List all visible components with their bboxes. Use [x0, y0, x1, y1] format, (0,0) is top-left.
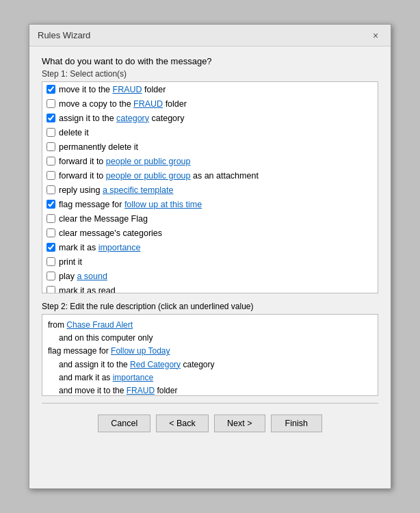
description-line: from Chase Fraud Alert — [48, 319, 372, 332]
action-item[interactable]: play a sound — [42, 269, 378, 283]
next-button[interactable]: Next > — [214, 415, 265, 432]
close-button[interactable]: × — [369, 29, 382, 42]
action-item[interactable]: print it — [42, 254, 378, 269]
description-line: and assign it to the Red Category catego… — [48, 358, 372, 371]
action-link[interactable]: importance — [99, 243, 141, 252]
action-link[interactable]: a specific template — [103, 185, 174, 195]
step2-label: Step 2: Edit the rule description (click… — [42, 302, 378, 311]
action-link[interactable]: category — [116, 114, 149, 123]
action-item[interactable]: forward it to people or public group as … — [42, 168, 378, 183]
action-item[interactable]: mark it as read — [42, 283, 378, 293]
description-link[interactable]: Follow up Today — [111, 346, 170, 356]
button-row: Cancel < Back Next > Finish — [42, 410, 378, 442]
action-item[interactable]: reply using a specific template — [42, 183, 378, 197]
description-link[interactable]: importance — [113, 373, 153, 382]
action-item[interactable]: mark it as importance — [42, 240, 378, 254]
action-link[interactable]: follow up at this time — [124, 200, 202, 209]
action-checkbox[interactable] — [47, 228, 55, 237]
description-line: and move it to the FRAUD folder — [48, 384, 372, 396]
action-checkbox[interactable] — [47, 257, 55, 266]
action-checkbox[interactable] — [47, 171, 55, 180]
description-line: and mark it as importance — [48, 371, 372, 384]
action-item[interactable]: assign it to the category category — [42, 111, 378, 125]
action-item[interactable]: permanently delete it — [42, 140, 378, 154]
step1-header: What do you want to do with the message? — [42, 56, 378, 66]
rules-wizard-dialog: Rules Wizard × What do you want to do wi… — [29, 24, 391, 489]
action-checkbox[interactable] — [47, 243, 55, 252]
action-link[interactable]: FRAUD — [113, 85, 142, 94]
action-checkbox[interactable] — [47, 185, 55, 194]
finish-button[interactable]: Finish — [271, 415, 322, 432]
dialog-title: Rules Wizard — [38, 30, 90, 40]
title-bar: Rules Wizard × — [29, 25, 391, 47]
description-link[interactable]: Red Category — [130, 360, 181, 369]
action-checkbox[interactable] — [47, 142, 55, 151]
dialog-content: What do you want to do with the message?… — [29, 47, 391, 488]
action-link[interactable]: FRAUD — [133, 99, 163, 109]
action-item[interactable]: clear message's categories — [42, 226, 378, 240]
step1-label: Step 1: Select action(s) — [42, 69, 378, 79]
cancel-button[interactable]: Cancel — [98, 415, 150, 432]
action-checkbox[interactable] — [47, 200, 55, 209]
action-checkbox[interactable] — [47, 114, 55, 122]
action-list: move it to the FRAUD foldermove a copy t… — [42, 81, 378, 293]
description-line: and on this computer only — [48, 332, 372, 345]
action-item[interactable]: move a copy to the FRAUD folder — [42, 96, 378, 111]
separator — [42, 403, 378, 404]
action-item[interactable]: forward it to people or public group — [42, 154, 378, 168]
description-line: flag message for Follow up Today — [48, 345, 372, 358]
action-checkbox[interactable] — [47, 214, 55, 223]
description-link[interactable]: FRAUD — [127, 386, 155, 395]
action-item[interactable]: delete it — [42, 125, 378, 140]
action-item[interactable]: clear the Message Flag — [42, 211, 378, 226]
action-checkbox[interactable] — [47, 157, 55, 166]
action-link[interactable]: people or public group — [106, 171, 191, 181]
action-checkbox[interactable] — [47, 272, 55, 280]
action-item[interactable]: move it to the FRAUD folder — [42, 82, 378, 96]
action-checkbox[interactable] — [47, 128, 55, 137]
action-link[interactable]: a sound — [77, 272, 107, 281]
action-link[interactable]: people or public group — [106, 157, 191, 166]
description-link[interactable]: Chase Fraud Alert — [66, 320, 133, 330]
action-checkbox[interactable] — [47, 286, 55, 293]
description-box: from Chase Fraud Alertand on this comput… — [42, 314, 378, 396]
action-item[interactable]: flag message for follow up at this time — [42, 197, 378, 211]
back-button[interactable]: < Back — [156, 415, 209, 432]
action-checkbox[interactable] — [47, 99, 55, 108]
action-checkbox[interactable] — [47, 85, 55, 94]
